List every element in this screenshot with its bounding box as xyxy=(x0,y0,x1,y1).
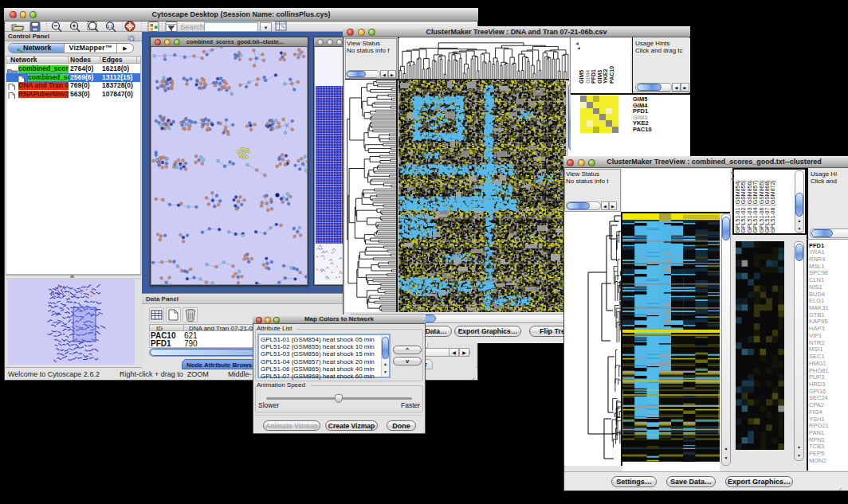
svg-text:1:1: 1:1 xyxy=(108,24,113,29)
